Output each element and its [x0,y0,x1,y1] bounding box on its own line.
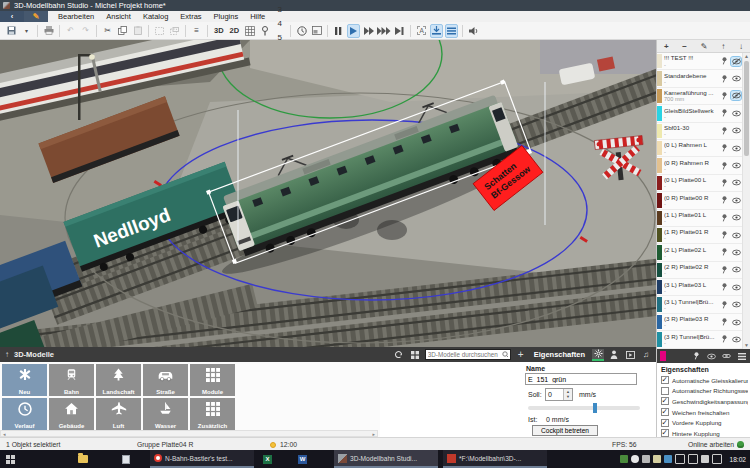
redo-button[interactable]: ↷ [79,24,92,38]
tray-icon-5[interactable] [664,455,672,463]
menu-item[interactable]: Plugins [208,12,245,21]
pin-icon[interactable] [719,91,729,100]
layer-move-up-button[interactable]: ↑ [721,42,725,51]
catalog-tile[interactable]: Landschaft [96,364,141,396]
start-button[interactable] [6,450,15,468]
pin-icon[interactable] [719,265,729,274]
object-name-input[interactable] [525,373,637,385]
camera-number-button[interactable]: 3 [273,3,286,17]
align-lines-button[interactable] [445,24,458,38]
eye-icon[interactable] [731,57,741,66]
layer-row[interactable]: (0 R) Rahmen R - [657,157,742,174]
layer-row[interactable]: (0 R) Platte00 R - [657,192,742,209]
layer-row[interactable]: Sbf01-30 - [657,123,742,140]
checkbox[interactable] [661,419,669,427]
pin-icon[interactable] [719,178,729,187]
layer-row[interactable]: !!! TEST !!! - [657,53,742,70]
catalog-scrollbar[interactable]: ◂ ▸ [0,430,378,437]
eye-icon[interactable] [731,126,741,135]
online-status[interactable]: Online arbeiten [688,441,734,448]
checkbox[interactable] [661,408,669,416]
layer-row[interactable]: (3 R) Tunnel|Brü... - [657,331,742,348]
catalog-tile[interactable]: Wasser [143,398,188,430]
fast-forward-button[interactable] [362,24,375,38]
scroll-thumb[interactable] [744,61,749,156]
pin-icon[interactable] [719,283,729,292]
link-icon[interactable] [721,351,732,362]
property-checkbox-row[interactable]: Hintere Kupplung [661,428,748,437]
undo-button[interactable]: ↶ [64,24,77,38]
tray-icon-1[interactable] [620,455,628,463]
person-icon[interactable] [608,349,620,361]
property-checkbox-row[interactable]: Automatische Gleisskalierung [661,375,748,386]
excel-button[interactable]: X [263,450,272,468]
refresh-icon[interactable] [393,349,405,361]
catalog-tile[interactable]: Gebäude [49,398,94,430]
layer-add-button[interactable]: + [664,42,669,51]
search-input[interactable] [428,351,500,358]
pin-icon[interactable] [719,144,729,153]
eye-icon[interactable] [731,144,741,153]
enter-cockpit-button[interactable]: Cockpit betreten [532,425,598,436]
speed-slider[interactable] [528,406,640,410]
pin-icon[interactable] [719,109,729,118]
eye-icon[interactable] [731,318,741,327]
layer-edit-button[interactable]: ✎ [701,42,708,51]
pin-icon[interactable] [719,318,729,327]
pin-icon[interactable] [719,335,729,344]
window-layout-button[interactable] [310,24,323,38]
scroll-right-arrow[interactable]: ▸ [372,431,375,437]
tray-icon-6[interactable] [675,454,685,464]
pin-icon[interactable] [719,213,729,222]
grid-button[interactable] [243,24,256,38]
pin-icon[interactable] [719,248,729,257]
view-2d-button[interactable]: 2D [228,24,242,38]
property-checkbox-row[interactable]: Geschwindigkeitsanpassung am Berg [661,396,748,407]
pin-icon[interactable] [719,231,729,240]
catalog-tile[interactable]: Module [190,364,235,396]
eye-icon[interactable] [706,351,717,362]
faster-forward-button[interactable] [377,24,391,38]
list-view-button[interactable]: ≡ [190,24,203,38]
eye-icon[interactable] [731,283,741,292]
volume-button[interactable] [467,24,480,38]
catalog-tile[interactable]: Verlauf [2,398,47,430]
layer-row[interactable]: (2 L) Platte02 L - [657,244,742,261]
tray-icon-3[interactable] [642,455,650,463]
eye-icon[interactable] [731,231,741,240]
clock-button[interactable] [295,24,308,38]
property-checkbox-row[interactable]: Vordere Kupplung [661,417,748,428]
layer-row[interactable]: (1 L) Platte01 L - [657,210,742,227]
catalog-tile[interactable]: Luft [96,398,141,430]
eye-icon[interactable] [731,109,741,118]
layer-row[interactable]: (0 L) Rahmen L - [657,140,742,157]
word-button[interactable]: W [298,450,307,468]
layer-row[interactable]: (3 L) Platte03 L - [657,279,742,296]
checkbox[interactable] [661,397,669,405]
pin-icon[interactable] [719,161,729,170]
camera-mode-button[interactable] [258,24,271,38]
select-rect-button[interactable] [153,24,166,38]
3d-viewport[interactable]: Nedlloyd [0,40,656,347]
save-button[interactable] [5,24,18,38]
layer-row[interactable]: (3 R) Platte03 R - [657,314,742,331]
scroll-down-arrow[interactable]: ▼ [743,342,750,349]
checkbox[interactable] [661,429,669,437]
layer-row[interactable]: (0 L) Platte00 L - [657,175,742,192]
scroll-up-arrow[interactable]: ▲ [743,53,750,60]
taskbar-button-studio[interactable]: 3D-Modellbahn Studi... [334,450,438,468]
menu-item[interactable]: Ansicht [100,12,137,21]
menu-item[interactable]: Katalog [137,12,174,21]
eye-icon[interactable] [731,248,741,257]
play-button[interactable] [347,24,360,38]
pin-icon[interactable] [719,126,729,135]
file-explorer-button[interactable] [78,450,88,468]
view-3d-button[interactable]: 3D [212,24,226,38]
tray-icon-7[interactable] [688,454,698,464]
eye-icon[interactable] [731,74,741,83]
copy-button[interactable] [116,24,129,38]
pin-icon[interactable] [691,351,702,362]
eye-icon[interactable] [731,335,741,344]
layer-row[interactable]: (3 L) Tunnel|Brü... - [657,296,742,313]
catalog-tile[interactable]: Neu [2,364,47,396]
